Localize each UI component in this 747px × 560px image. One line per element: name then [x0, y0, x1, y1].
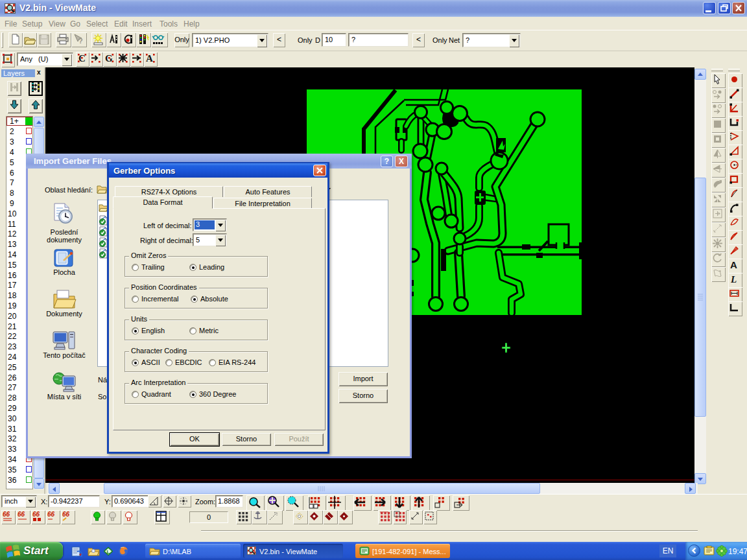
svg-text:66: 66	[18, 511, 25, 518]
svg-text:L: L	[730, 274, 737, 285]
svg-text:66: 66	[47, 511, 55, 518]
svg-text:66: 66	[62, 511, 70, 518]
svg-text:66: 66	[3, 511, 10, 518]
svg-text:A: A	[730, 259, 737, 270]
svg-text:C: C	[78, 53, 86, 64]
svg-text:A: A	[146, 53, 153, 64]
svg-text:G: G	[105, 53, 113, 64]
svg-text:L: L	[107, 549, 110, 555]
svg-text:66: 66	[32, 511, 40, 518]
svg-text:?: ?	[78, 37, 83, 45]
